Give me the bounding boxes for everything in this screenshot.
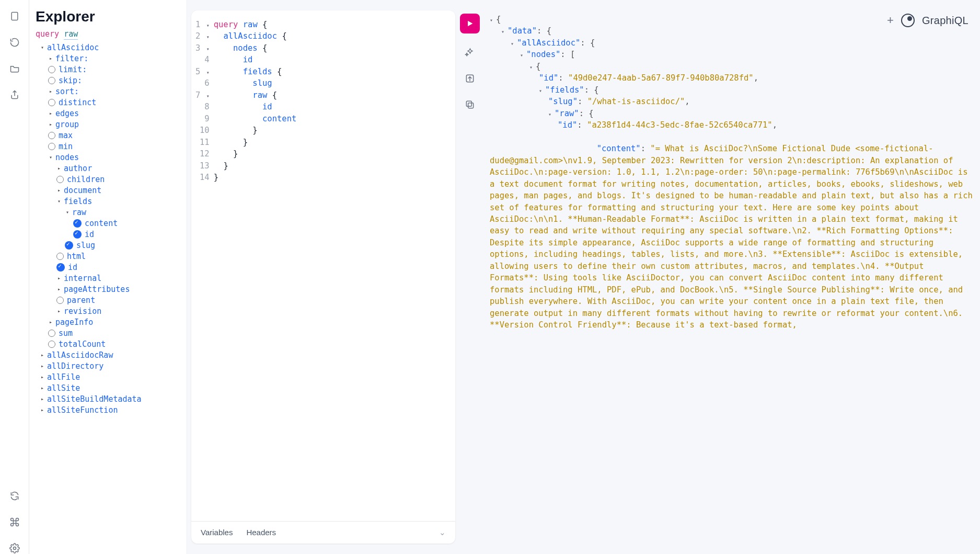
explorer-field-allAsciidoc[interactable]: ▾allAsciidoc [36,42,180,53]
tab-variables[interactable]: Variables [201,528,233,537]
explorer-field-allSiteFunction[interactable]: ▸allSiteFunction [36,404,180,415]
expand-arrow-icon[interactable]: ▸ [48,121,53,127]
expand-arrow-icon[interactable]: ▸ [56,286,62,292]
field-radio[interactable] [48,143,55,150]
explorer-field-filter[interactable]: ▸filter: [36,53,180,64]
explorer-panel: Explorer query raw ▾allAsciidoc▸filter:l… [29,0,186,554]
field-label: nodes [55,153,79,162]
expand-arrow-icon[interactable]: ▾ [56,198,62,204]
explorer-field-edges[interactable]: ▸edges [36,108,180,119]
explorer-field-allDirectory[interactable]: ▸allDirectory [36,360,180,371]
field-check-icon[interactable] [73,219,82,228]
explorer-field-allFile[interactable]: ▸allFile [36,371,180,382]
explorer-field-allSiteBuildMetadata[interactable]: ▸allSiteBuildMetadata [36,393,180,404]
settings-icon[interactable] [9,542,20,554]
explorer-field-allSite[interactable]: ▸allSite [36,382,180,393]
field-radio[interactable] [48,66,55,73]
field-label: pageInfo [55,318,93,327]
explorer-field-fields[interactable]: ▾fields [36,196,180,207]
explorer-field-totalCount[interactable]: totalCount [36,338,180,349]
explorer-field-group[interactable]: ▸group [36,119,180,130]
explorer-field-id[interactable]: id [36,262,180,273]
field-radio[interactable] [48,341,55,348]
field-label: allFile [47,372,80,382]
field-label: skip: [59,76,82,85]
chevron-down-icon[interactable]: ⌄ [439,528,446,537]
expand-arrow-icon[interactable]: ▸ [48,55,53,61]
field-radio[interactable] [56,297,64,304]
explorer-field-author[interactable]: ▸author [36,163,180,174]
field-label: document [64,186,101,195]
explorer-field-pageInfo[interactable]: ▸pageInfo [36,316,180,327]
svg-rect-6 [466,101,471,106]
docs-icon[interactable] [9,10,20,22]
merge-icon[interactable] [465,73,475,86]
explorer-field-document[interactable]: ▸document [36,185,180,196]
expand-arrow-icon[interactable]: ▸ [40,407,45,413]
expand-arrow-icon[interactable]: ▾ [65,209,70,215]
query-editor: 1 ▾2 ▾3 ▾4 5 ▾6 7 ▾8 9 10 11 12 13 14 qu… [191,10,455,544]
explorer-field-id[interactable]: id [36,229,180,240]
explorer-field-internal[interactable]: ▸internal [36,273,180,284]
expand-arrow-icon[interactable]: ▸ [56,165,62,171]
field-radio[interactable] [48,99,55,106]
results-panel[interactable]: ▾{ ▾"data": { ▾"allAsciidoc": { ▾"nodes"… [485,0,980,554]
explorer-field-nodes[interactable]: ▾nodes [36,152,180,163]
expand-arrow-icon[interactable]: ▸ [40,385,45,391]
explorer-field-parent[interactable]: parent [36,295,180,306]
field-check-icon[interactable] [56,263,65,272]
field-radio[interactable] [48,77,55,84]
refresh-icon[interactable] [9,490,20,502]
expand-arrow-icon[interactable]: ▾ [40,44,45,50]
explorer-field-allAsciidocRaw[interactable]: ▸allAsciidocRaw [36,349,180,360]
explorer-field-html[interactable]: html [36,251,180,262]
field-check-icon[interactable] [73,230,82,239]
expand-arrow-icon[interactable]: ▾ [48,154,53,160]
field-label: allSite [47,383,80,393]
field-radio[interactable] [48,132,55,139]
run-button[interactable] [460,14,480,33]
expand-arrow-icon[interactable]: ▸ [40,374,45,380]
copy-icon[interactable] [465,99,475,112]
tab-headers[interactable]: Headers [246,528,276,537]
explorer-field-min[interactable]: min [36,141,180,152]
field-label: max [59,131,73,140]
expand-arrow-icon[interactable]: ▸ [40,352,45,358]
field-label: slug [76,241,95,250]
field-radio[interactable] [56,176,64,183]
prettify-icon[interactable] [465,47,475,60]
explorer-field-skip[interactable]: skip: [36,75,180,86]
add-tab-button[interactable]: + [887,14,894,27]
folder-icon[interactable] [9,63,20,74]
expand-arrow-icon[interactable]: ▸ [48,319,53,325]
expand-arrow-icon[interactable]: ▸ [40,363,45,369]
share-icon[interactable] [9,89,20,100]
explorer-field-sum[interactable]: sum [36,327,180,338]
explorer-field-max[interactable]: max [36,130,180,141]
explorer-field-limit[interactable]: limit: [36,64,180,75]
expand-arrow-icon[interactable]: ▸ [56,308,62,314]
expand-arrow-icon[interactable]: ▸ [40,396,45,402]
explorer-field-content[interactable]: content [36,218,180,229]
explorer-field-children[interactable]: children [36,174,180,185]
explorer-query-name[interactable]: query raw [36,29,180,39]
history-icon[interactable] [9,37,20,48]
explorer-field-raw[interactable]: ▾raw [36,207,180,218]
expand-arrow-icon[interactable]: ▸ [56,275,62,281]
shortcuts-icon[interactable] [9,516,20,528]
explorer-field-slug[interactable]: slug [36,240,180,251]
explorer-field-sort[interactable]: ▸sort: [36,86,180,97]
explorer-field-distinct[interactable]: distinct [36,97,180,108]
explorer-field-pageAttributes[interactable]: ▸pageAttributes [36,284,180,295]
explorer-title: Explorer [36,8,180,25]
svg-rect-0 [11,13,18,20]
field-check-icon[interactable] [65,241,73,250]
expand-arrow-icon[interactable]: ▸ [48,88,53,94]
expand-arrow-icon[interactable]: ▸ [48,110,53,116]
explorer-field-revision[interactable]: ▸revision [36,306,180,316]
field-radio[interactable] [48,330,55,337]
field-radio[interactable] [56,253,64,260]
field-label: id [85,230,94,239]
code-editor[interactable]: 1 ▾2 ▾3 ▾4 5 ▾6 7 ▾8 9 10 11 12 13 14 qu… [191,10,455,521]
expand-arrow-icon[interactable]: ▸ [56,187,62,193]
